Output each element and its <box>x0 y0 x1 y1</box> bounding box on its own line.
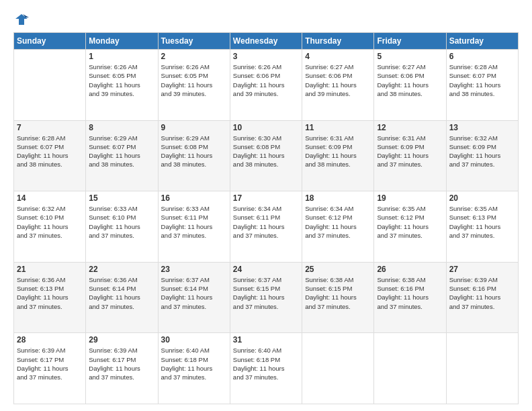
calendar-cell: 18Sunrise: 6:34 AM Sunset: 6:12 PM Dayli… <box>302 191 374 263</box>
day-number: 5 <box>377 52 443 61</box>
cell-content: Sunrise: 6:34 AM Sunset: 6:12 PM Dayligh… <box>305 204 371 240</box>
day-number: 27 <box>449 265 515 274</box>
calendar-day-header: Monday <box>86 33 158 50</box>
calendar-cell: 11Sunrise: 6:31 AM Sunset: 6:09 PM Dayli… <box>302 120 374 191</box>
calendar-week-row: 21Sunrise: 6:36 AM Sunset: 6:13 PM Dayli… <box>14 262 519 333</box>
cell-content: Sunrise: 6:30 AM Sunset: 6:08 PM Dayligh… <box>233 134 299 169</box>
day-number: 29 <box>89 335 154 345</box>
cell-content: Sunrise: 6:27 AM Sunset: 6:06 PM Dayligh… <box>305 62 371 98</box>
cell-content: Sunrise: 6:36 AM Sunset: 6:13 PM Dayligh… <box>17 275 83 311</box>
cell-content: Sunrise: 6:32 AM Sunset: 6:10 PM Dayligh… <box>17 204 83 240</box>
calendar-cell: 9Sunrise: 6:29 AM Sunset: 6:08 PM Daylig… <box>158 120 230 191</box>
cell-content: Sunrise: 6:26 AM Sunset: 6:05 PM Dayligh… <box>161 62 227 98</box>
day-number: 21 <box>17 265 83 274</box>
day-number: 13 <box>449 123 515 132</box>
calendar-cell: 7Sunrise: 6:28 AM Sunset: 6:07 PM Daylig… <box>14 120 86 191</box>
calendar-day-header: Friday <box>374 33 446 50</box>
calendar-cell: 6Sunrise: 6:28 AM Sunset: 6:07 PM Daylig… <box>446 50 518 121</box>
calendar-cell: 15Sunrise: 6:33 AM Sunset: 6:10 PM Dayli… <box>86 191 158 263</box>
day-number: 23 <box>161 265 227 274</box>
calendar-cell: 13Sunrise: 6:32 AM Sunset: 6:09 PM Dayli… <box>446 120 518 191</box>
cell-content: Sunrise: 6:40 AM Sunset: 6:18 PM Dayligh… <box>161 346 227 381</box>
day-number: 2 <box>161 52 227 61</box>
calendar-cell: 10Sunrise: 6:30 AM Sunset: 6:08 PM Dayli… <box>230 120 302 191</box>
cell-content: Sunrise: 6:27 AM Sunset: 6:06 PM Dayligh… <box>377 62 443 98</box>
day-number: 14 <box>17 193 83 203</box>
day-number: 20 <box>449 193 515 203</box>
calendar-week-row: 14Sunrise: 6:32 AM Sunset: 6:10 PM Dayli… <box>14 191 519 263</box>
logo-bird-icon <box>14 12 29 27</box>
cell-content: Sunrise: 6:28 AM Sunset: 6:07 PM Dayligh… <box>17 134 83 169</box>
calendar-day-header: Tuesday <box>158 33 230 50</box>
calendar-cell: 17Sunrise: 6:34 AM Sunset: 6:11 PM Dayli… <box>230 191 302 263</box>
day-number: 30 <box>161 335 227 345</box>
calendar-day-header: Wednesday <box>230 33 302 50</box>
day-number: 24 <box>233 265 299 274</box>
cell-content: Sunrise: 6:35 AM Sunset: 6:13 PM Dayligh… <box>449 204 515 240</box>
header <box>13 12 519 27</box>
calendar-cell: 4Sunrise: 6:27 AM Sunset: 6:06 PM Daylig… <box>302 50 374 121</box>
day-number: 9 <box>161 123 227 132</box>
cell-content: Sunrise: 6:32 AM Sunset: 6:09 PM Dayligh… <box>449 134 515 169</box>
cell-content: Sunrise: 6:38 AM Sunset: 6:16 PM Dayligh… <box>377 275 443 311</box>
cell-content: Sunrise: 6:39 AM Sunset: 6:16 PM Dayligh… <box>449 275 515 311</box>
calendar-cell: 1Sunrise: 6:26 AM Sunset: 6:05 PM Daylig… <box>86 50 158 121</box>
calendar-cell: 16Sunrise: 6:33 AM Sunset: 6:11 PM Dayli… <box>158 191 230 263</box>
calendar-cell: 30Sunrise: 6:40 AM Sunset: 6:18 PM Dayli… <box>158 333 230 404</box>
cell-content: Sunrise: 6:40 AM Sunset: 6:18 PM Dayligh… <box>233 346 299 381</box>
calendar-week-row: 28Sunrise: 6:39 AM Sunset: 6:17 PM Dayli… <box>14 333 519 404</box>
day-number: 12 <box>377 123 443 132</box>
day-number: 16 <box>161 193 227 203</box>
day-number: 3 <box>233 52 299 61</box>
calendar-cell <box>446 333 518 404</box>
calendar-cell: 31Sunrise: 6:40 AM Sunset: 6:18 PM Dayli… <box>230 333 302 404</box>
calendar-cell: 8Sunrise: 6:29 AM Sunset: 6:07 PM Daylig… <box>86 120 158 191</box>
calendar-cell: 22Sunrise: 6:36 AM Sunset: 6:14 PM Dayli… <box>86 262 158 333</box>
day-number: 22 <box>89 265 154 274</box>
calendar-cell: 29Sunrise: 6:39 AM Sunset: 6:17 PM Dayli… <box>86 333 158 404</box>
day-number: 11 <box>305 123 371 132</box>
calendar-cell: 21Sunrise: 6:36 AM Sunset: 6:13 PM Dayli… <box>14 262 86 333</box>
calendar-day-header: Sunday <box>14 33 86 50</box>
day-number: 31 <box>233 335 299 345</box>
calendar-cell: 24Sunrise: 6:37 AM Sunset: 6:15 PM Dayli… <box>230 262 302 333</box>
calendar-cell: 12Sunrise: 6:31 AM Sunset: 6:09 PM Dayli… <box>374 120 446 191</box>
calendar-week-row: 1Sunrise: 6:26 AM Sunset: 6:05 PM Daylig… <box>14 50 519 121</box>
page: SundayMondayTuesdayWednesdayThursdayFrid… <box>0 0 532 411</box>
calendar-day-header: Thursday <box>302 33 374 50</box>
cell-content: Sunrise: 6:36 AM Sunset: 6:14 PM Dayligh… <box>89 275 154 311</box>
calendar-cell <box>14 50 86 121</box>
cell-content: Sunrise: 6:26 AM Sunset: 6:05 PM Dayligh… <box>89 62 154 98</box>
cell-content: Sunrise: 6:33 AM Sunset: 6:11 PM Dayligh… <box>161 204 227 240</box>
day-number: 26 <box>377 265 443 274</box>
cell-content: Sunrise: 6:33 AM Sunset: 6:10 PM Dayligh… <box>89 204 154 240</box>
cell-content: Sunrise: 6:39 AM Sunset: 6:17 PM Dayligh… <box>89 346 154 381</box>
calendar-cell: 23Sunrise: 6:37 AM Sunset: 6:14 PM Dayli… <box>158 262 230 333</box>
cell-content: Sunrise: 6:28 AM Sunset: 6:07 PM Dayligh… <box>449 62 515 98</box>
day-number: 8 <box>89 123 154 132</box>
day-number: 6 <box>449 52 515 61</box>
cell-content: Sunrise: 6:31 AM Sunset: 6:09 PM Dayligh… <box>305 134 371 169</box>
calendar-cell: 19Sunrise: 6:35 AM Sunset: 6:12 PM Dayli… <box>374 191 446 263</box>
calendar-cell: 25Sunrise: 6:38 AM Sunset: 6:15 PM Dayli… <box>302 262 374 333</box>
cell-content: Sunrise: 6:29 AM Sunset: 6:08 PM Dayligh… <box>161 134 227 169</box>
day-number: 19 <box>377 193 443 203</box>
calendar-cell: 14Sunrise: 6:32 AM Sunset: 6:10 PM Dayli… <box>14 191 86 263</box>
calendar-table: SundayMondayTuesdayWednesdayThursdayFrid… <box>13 32 519 404</box>
calendar-cell: 2Sunrise: 6:26 AM Sunset: 6:05 PM Daylig… <box>158 50 230 121</box>
cell-content: Sunrise: 6:31 AM Sunset: 6:09 PM Dayligh… <box>377 134 443 169</box>
cell-content: Sunrise: 6:37 AM Sunset: 6:14 PM Dayligh… <box>161 275 227 311</box>
logo <box>13 12 30 27</box>
calendar-week-row: 7Sunrise: 6:28 AM Sunset: 6:07 PM Daylig… <box>14 120 519 191</box>
calendar-cell: 27Sunrise: 6:39 AM Sunset: 6:16 PM Dayli… <box>446 262 518 333</box>
cell-content: Sunrise: 6:39 AM Sunset: 6:17 PM Dayligh… <box>17 346 83 381</box>
day-number: 17 <box>233 193 299 203</box>
day-number: 28 <box>17 335 83 345</box>
cell-content: Sunrise: 6:26 AM Sunset: 6:06 PM Dayligh… <box>233 62 299 98</box>
calendar-cell: 20Sunrise: 6:35 AM Sunset: 6:13 PM Dayli… <box>446 191 518 263</box>
calendar-day-header: Saturday <box>446 33 518 50</box>
calendar-cell <box>302 333 374 404</box>
day-number: 15 <box>89 193 154 203</box>
calendar-cell: 5Sunrise: 6:27 AM Sunset: 6:06 PM Daylig… <box>374 50 446 121</box>
calendar-body: 1Sunrise: 6:26 AM Sunset: 6:05 PM Daylig… <box>14 50 519 404</box>
